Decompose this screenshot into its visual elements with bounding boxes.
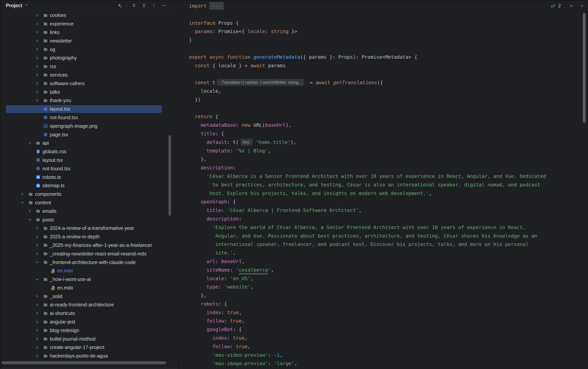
inlay-hint[interactable]: key: [240,139,253,146]
chevron-down-icon[interactable] [34,260,40,265]
collapse-all-icon[interactable] [141,3,147,8]
chevron-down-icon[interactable] [27,217,33,222]
tree-item-angular-jest[interactable]: angular-jest [0,318,179,326]
code-line[interactable]: metadataBase: new URL(baseUrl), [189,121,546,130]
tree-item-hackerdays-punto-de-agua[interactable]: hackerdays-punto-de-agua [0,352,179,360]
code-content[interactable]: import...interface Props { params: Promi… [189,2,546,368]
previous-problem-icon[interactable] [568,3,574,9]
chevron-right-icon[interactable] [34,328,40,333]
code-line[interactable]: index: true, [189,334,546,342]
tree-item-_frontend-architecture-with-claude-code[interactable]: _frontend-architecture-with-claude-code [0,258,179,266]
tree-item-content[interactable]: content [0,198,179,207]
tree-item-blog-redesign[interactable]: blog-redesign [0,326,179,335]
code-line[interactable]: international speaker, freelancer, and p… [189,240,546,249]
code-line[interactable]: description: [189,164,546,172]
code-line[interactable]: type: 'website', [189,283,546,291]
tree-item-photography[interactable]: photography [0,54,179,62]
code-line[interactable]: 'César Alberca is a Senior Frontend Arch… [189,172,546,181]
tree-vertical-scrollbar[interactable] [168,135,171,216]
code-line[interactable]: 'max-image-preview': 'large', [189,359,546,368]
chevron-right-icon[interactable] [34,98,40,103]
code-line[interactable]: interface Props { [189,19,546,27]
tree-item-opengraph-image.png[interactable]: opengraph-image.png [0,122,179,130]
chevron-right-icon[interactable] [34,226,40,231]
tree-item-posts[interactable]: posts [0,215,179,224]
inspections-ok-icon[interactable] [550,2,556,9]
code-line[interactable]: 'max-video-preview': -1, [189,351,546,359]
code-line[interactable] [189,10,546,19]
tree-item-_how-i-wont-use-ai[interactable]: _how-i-wont-use-ai [0,275,179,284]
code-line[interactable]: return { [189,112,546,121]
chevron-right-icon[interactable] [34,345,40,350]
folded-imports[interactable]: ... [209,2,224,10]
code-line[interactable]: url: baseUrl, [189,257,546,266]
chevron-right-icon[interactable] [34,235,40,239]
chevron-right-icon[interactable] [34,354,40,358]
chevron-down-icon[interactable] [34,277,40,282]
tree-item-create-angular-17-project[interactable]: create-angular-17-project [0,343,179,352]
chevron-right-icon[interactable] [34,30,40,35]
code-line[interactable]: site.', [189,249,546,257]
tree-item-sitemap.ts[interactable]: TSsitemap.ts [0,181,179,190]
tree-horizontal-scrollbar[interactable] [1,361,166,364]
tree-item-newsletter[interactable]: newsletter [0,37,179,45]
chevron-right-icon[interactable] [27,209,33,214]
code-line[interactable]: const t: Translator<{ navbar: { workWith… [189,78,546,87]
editor-vertical-scrollbar[interactable] [583,13,586,123]
code-line[interactable]: params: Promise<{ locale: string }> [189,27,546,36]
tree-item-_creating-newsletter-react-email-resend-mdx[interactable]: _creating-newsletter-react-email-resend-… [0,249,179,258]
chevron-right-icon[interactable] [34,21,40,26]
tree-item-talks[interactable]: talks [0,88,179,96]
inlay-hint[interactable]: : Translator<{ navbar: { workWithMe: str… [217,79,304,86]
tree-item-links[interactable]: links [0,28,179,37]
hide-tool-window-icon[interactable] [161,3,166,8]
tree-item-bullet-journal-method[interactable]: bullet-journal-method [0,335,179,343]
code-line[interactable] [189,44,546,53]
code-line[interactable]: googleBot: { [189,325,546,334]
chevron-right-icon[interactable] [34,64,40,69]
tree-item-layout.tsx[interactable]: layout.tsx [0,156,179,164]
code-line[interactable]: siteName: 'cesalberca', [189,266,546,274]
tree-item-globals.css[interactable]: 3globals.css [0,147,179,156]
chevron-right-icon[interactable] [34,56,40,60]
code-editor[interactable]: import...interface Props { params: Promi… [179,0,588,369]
code-line[interactable]: follow: true, [189,317,546,325]
code-line[interactable]: follow: true, [189,342,546,351]
tree-item-page.tsx[interactable]: page.tsx [0,130,179,139]
code-line[interactable]: 'Explore the world of César Alberca, a S… [189,223,546,232]
chevron-right-icon[interactable] [34,243,40,247]
chevron-right-icon[interactable] [34,311,40,316]
code-line[interactable]: import... [189,2,546,10]
code-line[interactable]: description: [189,215,546,223]
tree-item-ai-ready-frontend-architecture[interactable]: ai-ready-frontend-architecture [0,301,179,309]
chevron-right-icon[interactable] [34,337,40,341]
code-line[interactable]: default: t(key:'home.title'), [189,138,546,147]
chevron-right-icon[interactable] [34,72,40,77]
chevron-right-icon[interactable] [27,141,33,145]
chevron-right-icon[interactable] [34,39,40,43]
code-line[interactable]: locale: 'en_US', [189,274,546,283]
code-line[interactable]: title: 'César Alberca | Frontend Softwar… [189,206,546,215]
code-line[interactable]: template: '%s | Blog', [189,147,546,155]
code-line[interactable]: to best practices, architecture, and tes… [189,181,546,189]
chevron-right-icon[interactable] [34,47,40,52]
chevron-right-icon[interactable] [34,90,40,94]
project-view-selector[interactable]: Project [6,0,29,11]
code-line[interactable]: index: true, [189,308,546,317]
tree-item-layout.tsx[interactable]: layout.tsx [0,105,179,113]
tree-item-robots.ts[interactable]: TSrobots.ts [0,173,179,181]
code-line[interactable]: openGraph: { [189,197,546,206]
tree-item-experience[interactable]: experience [0,20,179,28]
tree-item-2024-a-review-of-a-transformative-year[interactable]: 2024-a-review-of-a-transformative-year [0,224,179,233]
code-line[interactable]: } [189,36,546,44]
add-icon[interactable] [117,3,122,8]
tree-item-components[interactable]: components [0,190,179,198]
code-line[interactable]: }, [189,155,546,164]
code-line[interactable]: Angular, and Vue. Passionate about best … [189,232,546,240]
code-line[interactable]: host. Explore his projects, talks, and i… [189,189,546,198]
inspection-widget[interactable]: 2 [550,2,585,9]
tree-item-api[interactable]: api [0,139,179,147]
tree-item-not-found.tsx[interactable]: not-found.tsx [0,113,179,122]
tree-item-not-found.tsx[interactable]: not-found.tsx [0,164,179,173]
more-options-icon[interactable] [151,3,156,8]
